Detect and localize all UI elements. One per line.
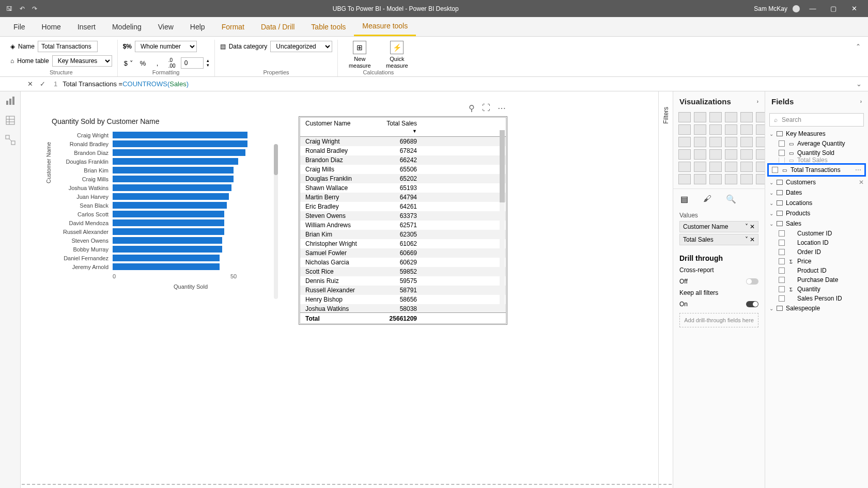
field-checkbox[interactable] [779, 249, 785, 255]
tab-table-tools[interactable]: Table tools [303, 18, 354, 36]
viz-type-icon[interactable] [694, 174, 706, 184]
field-checkbox[interactable] [779, 286, 785, 292]
collapse-ribbon-icon[interactable]: ⌃ [848, 40, 868, 53]
collapse-viz-icon[interactable]: › [757, 99, 758, 104]
measure-name-input[interactable] [38, 41, 98, 52]
viz-type-icon[interactable] [709, 174, 722, 184]
value-field-customer[interactable]: Customer Name˅ ✕ [679, 221, 758, 232]
field-purchase-date[interactable]: Purchase Date [765, 275, 868, 285]
viz-type-icon[interactable] [678, 174, 691, 184]
category-select[interactable]: Uncategorized [270, 41, 332, 52]
bar-row[interactable]: Jeremy Arnold [52, 262, 269, 271]
field-order-id[interactable]: Order ID [765, 247, 868, 257]
viz-type-icon[interactable] [678, 162, 691, 172]
filters-pane-collapsed[interactable]: Filters [658, 91, 673, 488]
value-field-sales[interactable]: Total Sales˅ ✕ [679, 234, 758, 245]
home-table-select[interactable]: Key Measures [52, 55, 112, 67]
report-canvas[interactable]: Quantity Sold by Customer Name Customer … [21, 91, 673, 488]
focus-mode-icon[interactable]: ⛶ [482, 103, 490, 113]
analytics-tab-icon[interactable]: 🔍 [726, 194, 738, 204]
viz-type-icon[interactable] [725, 124, 737, 135]
table-visual[interactable]: ⚲ ⛶ ⋯ Customer Name Total Sales▼ Craig W… [300, 117, 506, 324]
viz-type-icon[interactable] [740, 137, 753, 147]
table-row[interactable]: Craig Mills65506 [300, 165, 506, 174]
viz-type-icon[interactable] [709, 137, 722, 147]
table-row[interactable]: Brandon Diaz66242 [300, 155, 506, 165]
field-checkbox[interactable] [779, 267, 785, 274]
viz-type-icon[interactable] [725, 137, 737, 147]
field-table-key-measures[interactable]: ⌄Key Measures [765, 129, 868, 139]
viz-type-icon[interactable] [694, 162, 706, 172]
tab-file[interactable]: File [5, 18, 34, 36]
viz-type-icon[interactable] [725, 112, 737, 122]
expand-formula-icon[interactable]: ⌄ [850, 80, 868, 88]
field-checkbox[interactable] [779, 277, 785, 283]
table-row[interactable]: Henry Bishop58656 [300, 295, 506, 304]
tab-insert[interactable]: Insert [69, 18, 104, 36]
bar-row[interactable]: Juan Harvey [52, 192, 269, 201]
tab-format[interactable]: Format [213, 18, 253, 36]
table-row[interactable]: Ronald Bradley67824 [300, 146, 506, 155]
field-table-salespeople[interactable]: ⌄Salespeople [765, 303, 868, 313]
viz-type-icon[interactable] [709, 124, 722, 135]
field-total-transactions[interactable]: ▭Total Transactions⋯ [770, 165, 863, 175]
field-table-products[interactable]: ⌄Products [765, 208, 868, 218]
viz-type-icon[interactable] [725, 149, 737, 160]
viz-type-icon[interactable] [709, 162, 722, 172]
save-icon[interactable]: 🖫 [6, 5, 12, 12]
table-row[interactable]: Martin Berry64794 [300, 193, 506, 202]
viz-type-icon[interactable] [678, 149, 691, 160]
table-row[interactable]: Douglas Franklin65202 [300, 174, 506, 183]
viz-type-icon[interactable] [740, 112, 753, 122]
viz-type-icon[interactable] [678, 137, 691, 147]
viz-type-icon[interactable] [709, 112, 722, 122]
maximize-button[interactable]: ▢ [826, 5, 841, 12]
table-row[interactable]: Nicholas Garcia60629 [300, 258, 506, 267]
field-location-id[interactable]: Location ID [765, 238, 868, 247]
model-view-icon[interactable] [5, 135, 16, 145]
bar-chart-visual[interactable]: Quantity Sold by Customer Name Customer … [52, 117, 269, 290]
chart-scrollbar[interactable] [274, 144, 278, 299]
table-row[interactable]: Samuel Fowler60669 [300, 248, 506, 258]
viz-type-icon[interactable] [678, 112, 691, 122]
percent-button[interactable]: % [137, 57, 149, 69]
field-table-customers[interactable]: ⌄Customers✕ [765, 177, 868, 187]
keep-filters-toggle[interactable] [746, 301, 758, 307]
bar-row[interactable]: Steven Owens [52, 236, 269, 245]
bar-row[interactable]: Bobby Murray [52, 245, 269, 254]
field-average-quantity[interactable]: ▭Average Quantity [765, 139, 868, 148]
table-row[interactable]: William Andrews62571 [300, 221, 506, 230]
decimal-places-input[interactable] [181, 57, 204, 69]
col-customer-name[interactable]: Customer Name [300, 120, 373, 134]
viz-type-icon[interactable] [725, 162, 737, 172]
field-checkbox[interactable] [779, 240, 785, 246]
field-sales-person-id[interactable]: Sales Person ID [765, 294, 868, 303]
tab-data-drill[interactable]: Data / Drill [253, 18, 303, 36]
field-checkbox[interactable] [779, 295, 785, 302]
field-checkbox[interactable] [779, 258, 785, 264]
bar-row[interactable]: Sean Black [52, 201, 269, 210]
quick-measure-button[interactable]: ⚡ Quick measure [380, 40, 413, 69]
fields-search-input[interactable]: ⌕ Search [769, 113, 864, 127]
tab-view[interactable]: View [150, 18, 182, 36]
bar-row[interactable]: Russell Alexander [52, 227, 269, 236]
viz-type-icon[interactable] [678, 124, 691, 135]
bar-row[interactable]: Brian Kim [52, 166, 269, 175]
viz-type-icon[interactable] [740, 162, 753, 172]
minimize-button[interactable]: ― [805, 5, 820, 12]
formula-input[interactable]: 1 Total Transactions = COUNTROWS( Sales … [49, 80, 850, 88]
viz-type-icon[interactable] [740, 124, 753, 135]
close-button[interactable]: ✕ [846, 5, 862, 12]
commit-formula-button[interactable]: ✓ [36, 80, 49, 88]
cancel-formula-button[interactable]: ✕ [24, 80, 36, 88]
table-row[interactable]: Craig Wright69689 [300, 137, 506, 146]
avatar[interactable] [793, 5, 800, 12]
spinner-icon[interactable]: ▴▾ [207, 58, 209, 68]
viz-type-icon[interactable] [740, 149, 753, 160]
more-options-icon[interactable]: ⋯ [498, 103, 506, 113]
undo-icon[interactable]: ↶ [20, 5, 25, 12]
table-scrollbar[interactable] [500, 130, 505, 306]
field-table-sales[interactable]: ⌄Sales [765, 218, 868, 229]
bar-row[interactable]: Douglas Franklin [52, 157, 269, 166]
viz-type-icon[interactable] [694, 112, 706, 122]
